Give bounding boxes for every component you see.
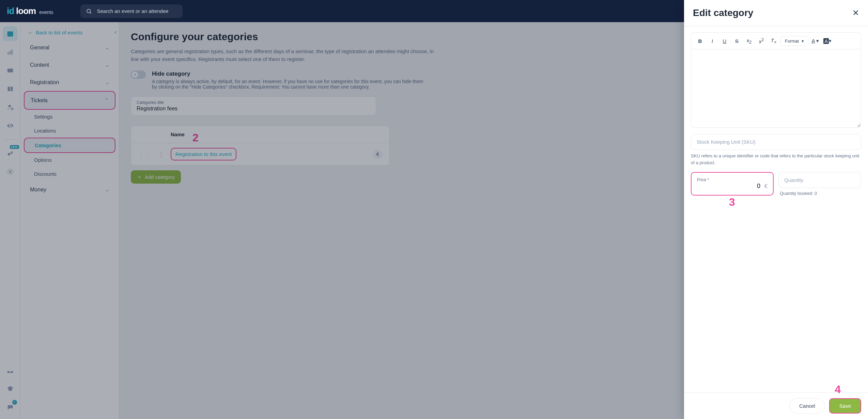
rte-editor[interactable] — [691, 49, 861, 128]
rte-highlight-button[interactable]: A ▾ — [822, 35, 833, 46]
drawer-body: B I U S x2 x2 T× Format ▾ A ▾ A ▾ Stock … — [684, 26, 868, 392]
rte-strike-button[interactable]: S — [731, 35, 742, 46]
brand-logo[interactable]: idloom events — [7, 6, 53, 16]
text-color-icon: A ▾ — [811, 38, 819, 44]
close-button[interactable]: ✕ — [852, 9, 859, 17]
clear-format-icon: T× — [771, 37, 776, 45]
logo-events: events — [39, 10, 53, 15]
rte-underline-button[interactable]: U — [719, 35, 730, 46]
rte-bold-button[interactable]: B — [695, 35, 706, 46]
sku-helper-text: SKU refers to a unique identifier or cod… — [691, 153, 861, 166]
annotation-3: 3 — [729, 196, 735, 208]
save-button[interactable]: Save — [829, 398, 861, 414]
drawer-header: Edit category ✕ — [684, 0, 868, 26]
price-label: Price * — [697, 177, 768, 182]
sku-field[interactable]: Stock Keeping Unit (SKU) — [691, 134, 861, 150]
underline-icon: U — [723, 38, 727, 44]
drawer-footer: Cancel Save 4 — [684, 392, 868, 419]
price-field[interactable]: Price * € — [691, 172, 774, 196]
logo-id: id — [7, 6, 14, 16]
currency-symbol: € — [764, 183, 768, 189]
rte-italic-button[interactable]: I — [707, 35, 718, 46]
chevron-down-icon: ▾ — [802, 38, 804, 44]
quantity-field[interactable]: Quantity — [778, 172, 861, 188]
strike-icon: S — [735, 38, 739, 44]
rte-superscript-button[interactable]: x2 — [756, 35, 767, 46]
resize-handle-icon[interactable] — [857, 123, 860, 127]
bold-icon: B — [698, 38, 702, 44]
global-search[interactable] — [80, 4, 183, 18]
italic-icon: I — [712, 38, 713, 44]
rte-text-color-button[interactable]: A ▾ — [810, 35, 821, 46]
superscript-icon: x2 — [759, 37, 764, 44]
quantity-booked-text: Quantity booked: 0 — [778, 191, 861, 196]
svg-line-1 — [90, 12, 91, 13]
highlight-icon: A — [823, 38, 829, 44]
search-input[interactable] — [96, 8, 177, 14]
close-icon: ✕ — [852, 8, 859, 17]
cancel-button[interactable]: Cancel — [789, 398, 825, 414]
price-input[interactable] — [697, 182, 761, 190]
subscript-icon: x2 — [747, 37, 751, 45]
svg-point-0 — [87, 9, 91, 13]
rte-clear-format-button[interactable]: T× — [768, 35, 779, 46]
rte-toolbar: B I U S x2 x2 T× Format ▾ A ▾ A ▾ — [691, 32, 861, 49]
rte-format-label: Format — [785, 38, 799, 44]
rte-subscript-button[interactable]: x2 — [744, 35, 755, 46]
sku-placeholder: Stock Keeping Unit (SKU) — [697, 139, 855, 145]
quantity-placeholder: Quantity — [784, 177, 855, 183]
logo-loom: loom — [16, 6, 36, 16]
drawer-title: Edit category — [693, 7, 753, 18]
rte-format-select[interactable]: Format ▾ — [780, 36, 808, 46]
search-icon — [86, 8, 92, 14]
edit-category-drawer: Edit category ✕ B I U S x2 x2 T× Format … — [684, 0, 868, 419]
